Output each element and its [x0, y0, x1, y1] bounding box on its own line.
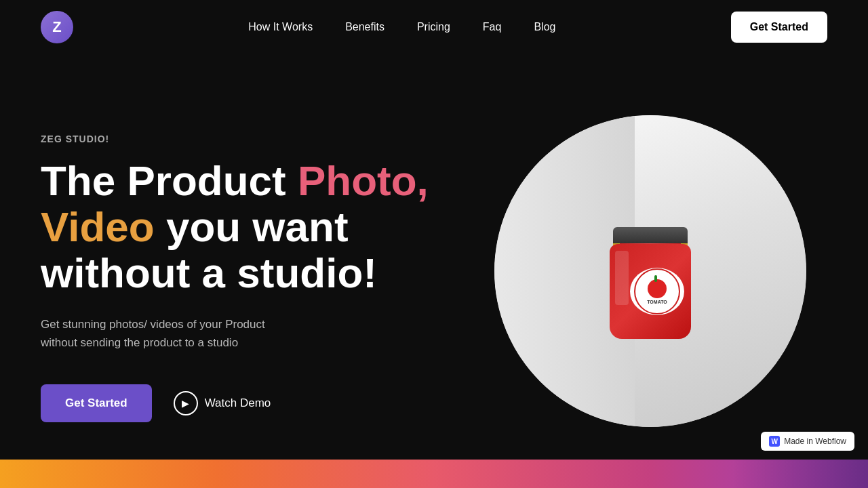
hero-section: ZEG STUDIO! The Product Photo, Video you…	[0, 54, 868, 488]
logo-area: Z	[41, 11, 73, 43]
hero-buttons: Get Started ▶ Watch Demo	[41, 384, 473, 422]
watch-demo-label: Watch Demo	[205, 396, 271, 410]
play-icon: ▶	[174, 391, 198, 415]
navbar: Z How It Works Benefits Pricing Faq Blog…	[0, 0, 868, 54]
jar-label-inner: TOMATO	[634, 268, 680, 314]
jar-label-tomato	[648, 279, 667, 298]
webflow-badge[interactable]: W Made in Webflow	[761, 432, 854, 451]
hero-title-part2: you want	[155, 203, 349, 250]
hero-image-area: TOMATO	[473, 115, 827, 427]
logo-icon: Z	[41, 11, 73, 43]
bottom-bar	[0, 460, 868, 488]
hero-title-video: Video	[41, 203, 155, 250]
hero-description-line1: Get stunning photos/ videos of your Prod…	[41, 318, 265, 331]
hero-title-part1: The Product	[41, 157, 298, 204]
nav-item-benefits[interactable]: Benefits	[345, 21, 384, 33]
webflow-label: Made in Webflow	[784, 436, 846, 446]
hero-get-started-button[interactable]: Get Started	[41, 384, 152, 422]
nav-get-started-button[interactable]: Get Started	[731, 12, 827, 43]
nav-item-faq[interactable]: Faq	[483, 21, 502, 33]
webflow-logo-icon: W	[769, 436, 780, 447]
hero-title-photo: Photo,	[298, 157, 429, 204]
hero-title-part3: without a studio!	[41, 249, 377, 296]
product-jar: TOMATO	[603, 217, 698, 339]
nav-link-faq[interactable]: Faq	[483, 21, 502, 33]
jar-label: TOMATO	[630, 268, 684, 315]
product-circle: TOMATO	[494, 115, 806, 427]
nav-link-how-it-works[interactable]: How It Works	[248, 21, 313, 33]
jar-cap	[613, 227, 688, 243]
nav-item-blog[interactable]: Blog	[534, 21, 555, 33]
nav-link-pricing[interactable]: Pricing	[417, 21, 450, 33]
hero-content: ZEG STUDIO! The Product Photo, Video you…	[41, 120, 473, 423]
nav-link-benefits[interactable]: Benefits	[345, 21, 384, 33]
nav-links: How It Works Benefits Pricing Faq Blog	[248, 21, 555, 33]
jar-label-text: TOMATO	[647, 300, 667, 304]
jar-body: TOMATO	[610, 244, 691, 339]
hero-description: Get stunning photos/ videos of your Prod…	[41, 315, 366, 352]
hero-title: The Product Photo, Video you want withou…	[41, 158, 473, 297]
nav-link-blog[interactable]: Blog	[534, 21, 555, 33]
watch-demo-button[interactable]: ▶ Watch Demo	[174, 391, 271, 415]
studio-tag: ZEG STUDIO!	[41, 134, 473, 144]
hero-description-line2: without sending the product to a studio	[41, 336, 238, 349]
nav-item-pricing[interactable]: Pricing	[417, 21, 450, 33]
nav-item-how-it-works[interactable]: How It Works	[248, 21, 313, 33]
